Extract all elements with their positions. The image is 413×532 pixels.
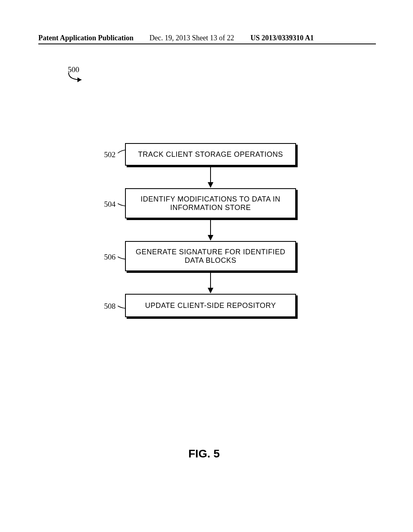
figure-title: FIG. 5 xyxy=(188,447,220,460)
step-label-502: 502 xyxy=(104,150,116,159)
arrow-504-506 xyxy=(210,220,211,236)
step-label-504: 504 xyxy=(104,200,116,209)
step-text-504: IDENTIFY MODIFICATIONS TO DATA IN INFORM… xyxy=(125,188,296,218)
arrow-head-506-508 xyxy=(208,288,213,293)
arrow-506-508 xyxy=(210,273,211,289)
step-text-502: TRACK CLIENT STORAGE OPERATIONS xyxy=(125,143,296,166)
pub-label: Patent Application Publication xyxy=(38,34,133,42)
page-header: Patent Application Publication Dec. 19, … xyxy=(38,34,376,44)
arrow-head-504-506 xyxy=(208,235,213,241)
figure-ref-arrow xyxy=(67,72,91,88)
arrow-head-502-504 xyxy=(208,182,213,188)
pub-number: US 2013/0339310 A1 xyxy=(250,34,314,42)
step-text-508: UPDATE CLIENT-SIDE REPOSITORY xyxy=(125,294,296,317)
arrow-502-504 xyxy=(210,167,211,183)
pub-date: Dec. 19, 2013 Sheet 13 of 22 xyxy=(150,34,234,42)
step-text-506: GENERATE SIGNATURE FOR IDENTIFIED DATA B… xyxy=(125,241,296,271)
step-label-506: 506 xyxy=(104,253,116,262)
step-label-508: 508 xyxy=(104,302,116,311)
